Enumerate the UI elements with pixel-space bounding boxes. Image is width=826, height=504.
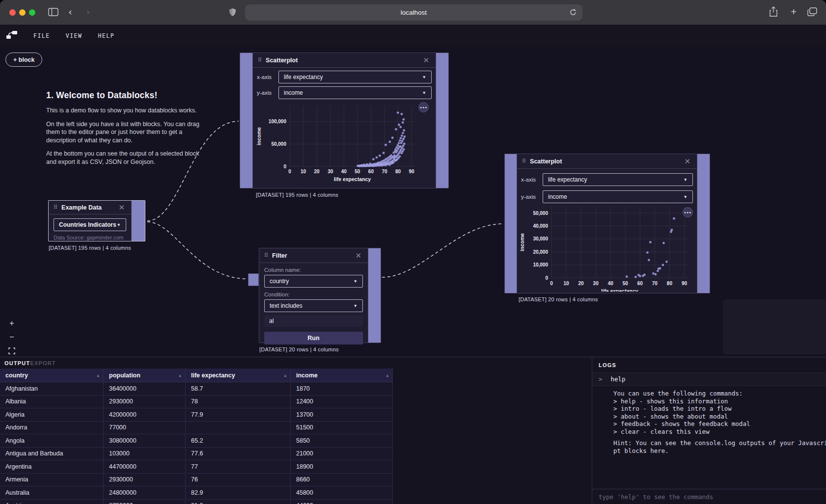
block-header[interactable]: ⠿ Scatterplot ✕ — [517, 154, 697, 169]
minimap[interactable] — [723, 299, 826, 354]
drag-handle-icon[interactable]: ⠿ — [264, 252, 268, 259]
tab-output[interactable]: OUTPUT — [4, 360, 30, 366]
table-cell: 65.2 — [186, 434, 291, 448]
condition-select[interactable]: text includes ▼ — [264, 299, 363, 312]
log-response: You can use the following commands:> hel… — [613, 390, 826, 454]
block-title: Scatterplot — [530, 158, 683, 165]
sort-asc-icon[interactable]: ▴ — [386, 373, 388, 378]
privacy-shield-icon[interactable] — [229, 8, 236, 19]
menu-help[interactable]: HELP — [98, 32, 114, 39]
sort-asc-icon[interactable]: ▴ — [179, 373, 181, 378]
input-port-bar[interactable] — [240, 53, 253, 188]
output-port-bar[interactable] — [131, 201, 145, 241]
chevron-down-icon: ▼ — [354, 279, 358, 284]
output-panel: OUTPUT EXPORT country▴population▴life ex… — [0, 357, 592, 504]
tab-overview-icon[interactable] — [807, 7, 817, 18]
table-column-header[interactable]: population▴ — [104, 369, 186, 382]
welcome-note: 1. Welcome to Datablocks! This is a demo… — [46, 90, 199, 171]
output-port-bar[interactable] — [697, 154, 710, 293]
block-header[interactable]: ⠿ Scatterplot ✕ — [253, 53, 436, 68]
dataset-select[interactable]: Countries Indicators ▼ — [54, 218, 126, 231]
close-icon[interactable]: ✕ — [117, 203, 126, 212]
tab-export[interactable]: EXPORT — [30, 360, 55, 366]
svg-text:life expectancy: life expectancy — [334, 176, 371, 182]
column-select[interactable]: country ▼ — [264, 275, 363, 288]
x-axis-select[interactable]: life expectancy ▼ — [278, 71, 432, 83]
block-header[interactable]: ⠿ Filter ✕ — [259, 248, 368, 263]
block-header[interactable]: ⠿ Example Data ✕ — [49, 201, 131, 214]
close-icon[interactable]: ✕ — [683, 157, 692, 166]
logs-input[interactable]: type 'help' to see the commands — [592, 489, 826, 504]
input-port-bar[interactable] — [505, 154, 517, 293]
chart-more-button[interactable]: ●●● — [683, 207, 693, 217]
input-port[interactable] — [248, 273, 259, 286]
zoom-out-button[interactable]: − — [6, 331, 18, 343]
menu-file[interactable]: FILE — [33, 32, 50, 39]
svg-text:50: 50 — [355, 169, 360, 174]
back-button[interactable]: ‹ — [69, 6, 72, 17]
scatterplot-block-top[interactable]: ⠿ Scatterplot ✕ x-axis life expectancy ▼… — [240, 53, 449, 188]
output-port-bar[interactable] — [436, 53, 448, 188]
flow-canvas[interactable]: + block 1. Welcome to Datablocks! This i… — [0, 47, 826, 357]
new-tab-icon[interactable]: + — [791, 6, 797, 18]
chart-more-button[interactable]: ●●● — [418, 102, 429, 112]
table-column-header[interactable]: country▴ — [0, 369, 104, 382]
add-block-button[interactable]: + block — [5, 53, 42, 67]
datablocks-logo-icon[interactable] — [6, 29, 18, 42]
dataset-caption: [DATASET] 195 rows | 4 columns — [256, 192, 338, 198]
svg-text:life expectancy: life expectancy — [601, 288, 638, 292]
table-cell: 77 — [186, 460, 291, 474]
table-column-header[interactable]: life expectancy▴ — [186, 369, 291, 382]
table-cell: Armenia — [0, 474, 104, 487]
table-column-header[interactable]: income▴ — [291, 369, 393, 382]
y-axis-select[interactable]: income ▼ — [543, 190, 693, 203]
table-cell: 77000 — [104, 422, 186, 435]
edge-filter-to-scatter[interactable] — [382, 224, 503, 277]
svg-text:90: 90 — [409, 169, 415, 174]
fit-view-button[interactable] — [6, 345, 18, 357]
column-label: country — [5, 372, 28, 379]
drag-handle-icon[interactable]: ⠿ — [258, 57, 261, 63]
table-cell: 1870 — [291, 382, 393, 396]
example-data-block[interactable]: ⠿ Example Data ✕ Countries Indicators ▼ … — [48, 200, 145, 241]
table-cell: 2930000 — [104, 396, 186, 409]
table-cell: 13700 — [291, 408, 393, 422]
x-axis-label: x-axis — [521, 177, 543, 183]
svg-text:30,000: 30,000 — [533, 236, 548, 241]
condition-select-value: text includes — [270, 302, 354, 309]
close-icon[interactable]: ✕ — [354, 251, 363, 260]
log-command-entry: > help — [592, 372, 826, 386]
run-button[interactable]: Run — [264, 332, 363, 345]
drag-handle-icon[interactable]: ⠿ — [522, 158, 525, 164]
edge-example-to-filter[interactable] — [147, 222, 247, 279]
block-body: ⠿ Scatterplot ✕ x-axis life expectancy ▼… — [517, 154, 697, 293]
svg-text:10,000: 10,000 — [533, 262, 548, 267]
column-select-value: country — [270, 278, 354, 285]
sidebar-toggle-icon[interactable] — [48, 8, 58, 18]
filter-query-input[interactable]: al — [264, 315, 363, 327]
sort-asc-icon[interactable]: ▴ — [284, 373, 286, 378]
svg-text:40: 40 — [608, 281, 614, 286]
table-cell: 24800000 — [104, 486, 186, 500]
scatterplot-block-right[interactable]: ⠿ Scatterplot ✕ x-axis life expectancy ▼… — [504, 154, 710, 293]
y-axis-select[interactable]: income ▼ — [278, 86, 432, 99]
share-icon[interactable] — [769, 6, 778, 19]
table-cell: Antigua and Barbuda — [0, 448, 104, 461]
x-axis-select[interactable]: life expectancy ▼ — [543, 173, 693, 186]
svg-text:100,000: 100,000 — [269, 119, 287, 124]
close-icon[interactable]: ✕ — [421, 55, 431, 65]
reload-icon[interactable] — [569, 8, 577, 18]
filter-block[interactable]: ⠿ Filter ✕ Column name: country ▼ Condit… — [259, 248, 381, 343]
sort-asc-icon[interactable]: ▴ — [97, 373, 99, 378]
address-bar[interactable]: localhost — [245, 4, 582, 21]
window-minimize-button[interactable] — [19, 9, 26, 16]
menu-view[interactable]: VIEW — [66, 32, 83, 39]
output-port-bar[interactable] — [368, 248, 381, 343]
zoom-in-button[interactable]: + — [6, 318, 18, 329]
column-name-label: Column name: — [259, 263, 368, 275]
log-line: pt blocks here. — [613, 447, 826, 455]
window-zoom-button[interactable] — [29, 9, 35, 16]
chevron-down-icon: ▼ — [684, 177, 688, 182]
drag-handle-icon[interactable]: ⠿ — [54, 204, 57, 211]
window-close-button[interactable] — [9, 9, 16, 16]
